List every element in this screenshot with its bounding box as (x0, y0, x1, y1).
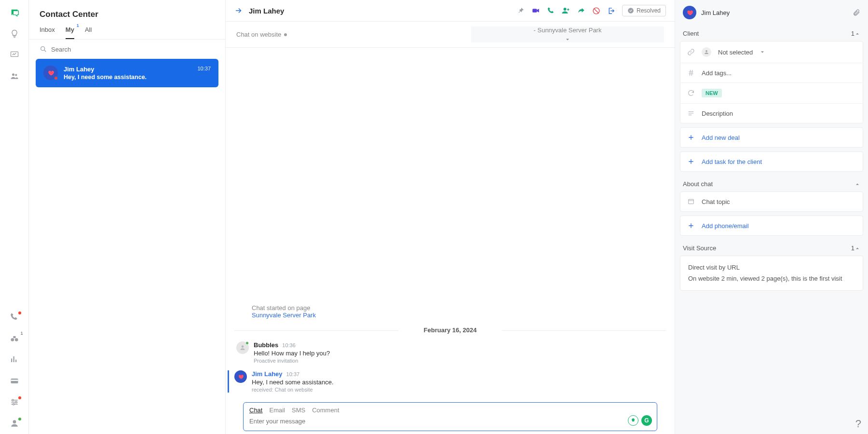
message-text: Hello! How may I help you? (254, 350, 330, 357)
tab-inbox[interactable]: Inbox (40, 26, 55, 39)
grammarly-hint-icon[interactable] (628, 415, 638, 426)
add-task-button[interactable]: Add task for the client (680, 152, 863, 171)
phone-icon[interactable] (547, 7, 555, 14)
chat-topic-card: Chat topic (680, 191, 863, 212)
conversation-time: 10:37 (197, 66, 211, 71)
svg-point-3 (11, 338, 14, 341)
location-dropdown[interactable]: - Sunnyvale Server Park (471, 27, 664, 42)
svg-point-1 (12, 73, 14, 76)
conversation-preview: Hey, I need some assistance. (64, 74, 191, 81)
row-chat-topic[interactable]: Chat topic (680, 192, 863, 211)
chevron-up-icon (854, 245, 860, 251)
chat-started-link[interactable]: Sunnyvale Server Park (252, 312, 316, 319)
add-phone-card: Add phone/email (680, 216, 863, 236)
visit-source-count: 1 (851, 244, 854, 252)
search-row (29, 40, 225, 59)
exit-icon[interactable] (607, 7, 615, 15)
channel-label[interactable]: Chat on website (236, 31, 281, 38)
bulb-icon[interactable] (10, 29, 19, 39)
search-input[interactable] (51, 46, 215, 53)
conversation-item[interactable]: Jim Lahey Hey, I need some assistance. 1… (36, 59, 218, 87)
message-input[interactable] (249, 418, 651, 425)
settings-sliders-icon[interactable] (10, 397, 19, 407)
visit-line2: On website 2 min, viewed 2 page(s), this… (688, 273, 855, 284)
date-separator: February 16, 2024 (234, 326, 666, 334)
section-client-count: 1 (851, 30, 854, 37)
composer-tab-sms[interactable]: SMS (292, 407, 305, 414)
heart-avatar-icon (47, 69, 54, 76)
hash-icon (687, 69, 695, 77)
video-icon[interactable] (531, 6, 540, 15)
nav-rail: 1 (0, 0, 29, 434)
row-link-contact[interactable]: Not selected (680, 41, 863, 63)
about-chat-label: About chat (683, 180, 854, 188)
plus-icon (687, 158, 695, 165)
forward-icon[interactable] (577, 6, 585, 15)
help-icon[interactable]: ? (855, 418, 861, 430)
grammarly-icon[interactable]: G (641, 415, 652, 426)
resolved-button[interactable]: Resolved (622, 5, 666, 16)
tab-all[interactable]: All (85, 26, 92, 39)
binoculars-icon[interactable]: 1 (10, 334, 19, 343)
svg-point-18 (628, 8, 634, 14)
presentation-icon[interactable] (10, 50, 19, 60)
row-tags[interactable]: Add tags... (680, 63, 863, 83)
tab-my[interactable]: My 1 (66, 26, 74, 39)
message-time: 10:37 (286, 371, 300, 377)
svg-point-12 (13, 404, 14, 405)
message-agent: Bubbles 10:36 Hello! How may I help you?… (234, 341, 666, 364)
svg-point-16 (563, 8, 566, 11)
message-author: Jim Lahey (252, 370, 283, 378)
check-circle-icon (627, 7, 634, 14)
client-card: Not selected Add tags... NEW Description (680, 41, 863, 123)
svg-rect-5 (11, 359, 12, 363)
assign-arrow-icon[interactable] (234, 6, 243, 15)
block-icon[interactable] (592, 7, 600, 15)
status-dot-icon (284, 33, 287, 36)
chat-contact-name: Jim Lahey (249, 7, 511, 15)
message-meta: received: Chat on website (252, 387, 334, 393)
row-status[interactable]: NEW (680, 83, 863, 104)
resolved-label: Resolved (637, 7, 661, 14)
visit-source-label: Visit Source (683, 244, 851, 252)
svg-point-10 (12, 399, 14, 401)
add-person-icon[interactable] (561, 6, 570, 15)
chat-topic-label: Chat topic (702, 198, 730, 205)
add-deal-button[interactable]: Add new deal (680, 128, 863, 147)
svg-rect-6 (13, 356, 14, 362)
svg-point-14 (41, 47, 45, 51)
pin-icon[interactable] (517, 7, 525, 14)
section-visit-source[interactable]: Visit Source 1 (675, 240, 868, 256)
message-time: 10:36 (282, 342, 296, 348)
phone-nav-icon[interactable] (10, 312, 19, 322)
card-icon[interactable] (10, 376, 19, 386)
search-icon (40, 45, 47, 53)
add-deal-card: Add new deal (680, 127, 863, 148)
sidebar: Contact Center Inbox My 1 All Jim Lahey … (29, 0, 226, 434)
add-phone-button[interactable]: Add phone/email (680, 216, 863, 235)
brand-chat-icon[interactable] (10, 8, 19, 17)
composer-tab-chat[interactable]: Chat (249, 407, 262, 414)
details-panel: Jim Lahey Client 1 Not selected Add tags… (675, 0, 868, 434)
section-client[interactable]: Client 1 (675, 25, 868, 41)
agent-avatar (236, 341, 249, 354)
svg-rect-21 (689, 199, 694, 203)
svg-point-11 (15, 401, 16, 403)
details-name: Jim Lahey (701, 9, 848, 16)
composer-tab-comment[interactable]: Comment (312, 407, 339, 414)
svg-rect-9 (11, 380, 18, 381)
message-meta: Proactive invitation (254, 358, 330, 364)
attachment-icon[interactable] (853, 9, 860, 16)
stats-icon[interactable] (10, 355, 19, 365)
chat-panel: Jim Lahey Resolved Chat on website - Sun… (226, 0, 675, 434)
profile-status-icon[interactable] (10, 419, 19, 428)
svg-point-19 (242, 345, 244, 348)
row-description[interactable]: Description (680, 104, 863, 123)
location-label: - Sunnyvale Server Park (534, 27, 602, 34)
composer-tab-email[interactable]: Email (269, 407, 285, 414)
svg-rect-7 (15, 360, 16, 362)
section-about-chat[interactable]: About chat (675, 176, 868, 191)
visit-card: Direct visit by URL On website 2 min, vi… (680, 256, 863, 291)
people-icon[interactable] (10, 71, 19, 81)
conversation-avatar (43, 66, 58, 80)
